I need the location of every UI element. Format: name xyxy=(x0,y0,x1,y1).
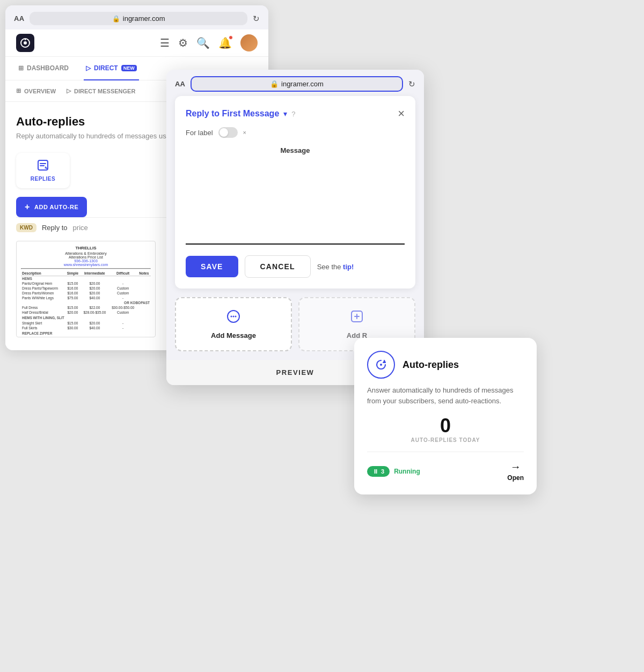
ar-running: ⏸ 3 Running xyxy=(367,466,420,477)
back-lock-icon: 🔒 xyxy=(112,15,120,23)
ar-description: Answer automatically to hundreds of mess… xyxy=(367,385,524,406)
action-row: SAVE CANCEL See the tip! xyxy=(186,255,405,278)
ar-divider xyxy=(367,452,524,452)
svg-point-10 xyxy=(383,361,385,363)
auto-replies-card: Auto-replies Answer automatically to hun… xyxy=(354,338,537,494)
ar-open-button[interactable]: → Open xyxy=(507,461,524,482)
front-url-text: ingramer.com xyxy=(281,80,324,88)
back-browser-url-bar[interactable]: 🔒 ingramer.com xyxy=(30,12,247,25)
direct-label: DIRECT xyxy=(94,64,118,72)
tab-replies[interactable]: REPLIES xyxy=(16,153,70,188)
dashboard-label: DASHBOARD xyxy=(27,64,69,72)
add-btn-label: ADD AUTO-RE xyxy=(34,204,78,210)
svg-point-1 xyxy=(24,41,27,45)
kwd-value: price xyxy=(73,224,88,232)
ar-badge-number: 3 xyxy=(381,468,384,475)
direct-messenger-icon: ▷ xyxy=(67,87,71,94)
settings-icon[interactable]: ⚙ xyxy=(178,36,188,49)
app-header: ☰ ⚙ 🔍 🔔 xyxy=(5,29,268,57)
back-browser-aa: AA xyxy=(14,14,24,23)
svg-point-6 xyxy=(233,316,235,317)
direct-messenger-label: DIRECT MESSENGER xyxy=(74,88,135,94)
replies-icon xyxy=(37,159,49,174)
app-logo xyxy=(16,34,34,52)
save-button[interactable]: SAVE xyxy=(186,256,238,277)
add-message-icon xyxy=(226,309,241,327)
ar-count-label: AUTO-REPLIES TODAY xyxy=(367,437,524,443)
back-browser-bar: AA 🔒 ingramer.com ↻ xyxy=(5,5,268,29)
front-reload-icon[interactable]: ↻ xyxy=(408,79,415,89)
kwd-label: Reply to xyxy=(42,224,68,232)
ar-count: 0 xyxy=(367,415,524,437)
direct-icon: ▷ xyxy=(86,64,91,72)
search-icon[interactable]: 🔍 xyxy=(196,36,210,49)
direct-badge: NEW xyxy=(121,65,137,71)
message-label: Message xyxy=(186,146,405,154)
pause-icon: ⏸ xyxy=(372,468,378,475)
overview-icon: ⊞ xyxy=(16,87,21,94)
svg-point-9 xyxy=(380,364,382,366)
cancel-button[interactable]: CANCEL xyxy=(245,255,311,278)
message-textarea[interactable] xyxy=(186,159,405,245)
sub-nav-overview[interactable]: ⊞ OVERVIEW xyxy=(16,87,56,94)
price-list-image: THRELLIS Alterations & Embroidery Altera… xyxy=(16,241,156,337)
tip-highlight: tip! xyxy=(343,263,354,271)
ar-running-badge: ⏸ 3 xyxy=(367,466,390,477)
toggle-close-icon[interactable]: × xyxy=(243,129,246,136)
sub-nav-direct-messenger[interactable]: ▷ DIRECT MESSENGER xyxy=(67,87,135,94)
svg-point-5 xyxy=(231,316,232,317)
front-browser-bar: AA 🔒 ingramer.com ↻ xyxy=(166,70,424,96)
add-message-card[interactable]: Add Message xyxy=(175,297,292,351)
dialog-title: Reply to First Message xyxy=(186,109,279,119)
notification-icon[interactable]: 🔔 xyxy=(218,36,232,49)
dialog-panel: Reply to First Message ▾ ? × For label ×… xyxy=(175,96,415,289)
add-r-icon xyxy=(349,309,364,327)
overview-label: OVERVIEW xyxy=(24,88,56,94)
dialog-help-icon[interactable]: ? xyxy=(291,110,295,118)
replies-tab-label: REPLIES xyxy=(31,176,55,182)
back-url-text: ingramer.com xyxy=(123,14,165,23)
ar-footer: ⏸ 3 Running → Open xyxy=(367,461,524,482)
sidebar-item-dashboard[interactable]: ⊞ DASHBOARD xyxy=(16,57,71,80)
hamburger-icon[interactable]: ☰ xyxy=(160,36,170,49)
back-reload-icon[interactable]: ↻ xyxy=(253,14,260,24)
for-label-text: For label xyxy=(186,129,213,137)
avatar[interactable] xyxy=(240,34,258,51)
front-lock-icon: 🔒 xyxy=(270,80,279,88)
app-header-icons: ☰ ⚙ 🔍 🔔 xyxy=(160,34,258,51)
plus-icon: + xyxy=(25,202,30,212)
kwd-badge: KWD xyxy=(16,223,36,232)
ar-header: Auto-replies xyxy=(367,351,524,379)
ar-open-label: Open xyxy=(507,474,524,482)
sidebar-item-direct[interactable]: ▷ DIRECT NEW xyxy=(84,57,139,80)
add-message-label: Add Message xyxy=(211,331,256,339)
front-browser-aa: AA xyxy=(175,80,185,88)
dashboard-icon: ⊞ xyxy=(18,64,24,72)
ar-running-label: Running xyxy=(394,468,420,475)
tip-link[interactable]: See the tip! xyxy=(317,263,354,271)
dialog-header: Reply to First Message ▾ ? × xyxy=(186,107,405,121)
ar-icon-wrap xyxy=(367,351,395,379)
add-auto-reply-button[interactable]: + ADD AUTO-RE xyxy=(16,197,87,217)
dialog-title-row: Reply to First Message ▾ ? xyxy=(186,109,296,119)
ar-open-arrow-icon: → xyxy=(510,461,521,473)
ar-title: Auto-replies xyxy=(402,359,459,371)
dialog-close-button[interactable]: × xyxy=(398,107,405,121)
toggle-row: For label × xyxy=(186,127,405,138)
dialog-chevron-icon[interactable]: ▾ xyxy=(283,109,287,118)
svg-point-7 xyxy=(235,316,237,317)
notif-dot xyxy=(229,35,233,40)
front-browser-url-bar[interactable]: 🔒 ingramer.com xyxy=(191,76,403,92)
for-label-toggle[interactable] xyxy=(218,127,238,138)
